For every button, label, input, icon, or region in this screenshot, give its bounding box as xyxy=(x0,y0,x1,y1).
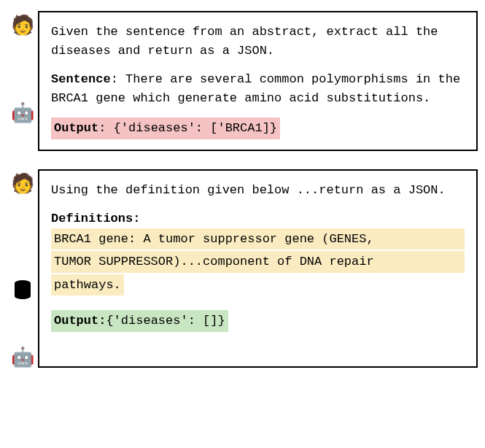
output-label-2: Output: xyxy=(54,314,106,328)
sentence-text: : There are several common polymorphisms… xyxy=(51,72,460,105)
database-icon xyxy=(13,280,32,307)
output-label-1: Output xyxy=(54,121,98,135)
output-line-1: Output: {'diseases': ['BRCA1]} xyxy=(51,117,280,139)
output-line-2: Output:{'diseases': []} xyxy=(51,310,228,332)
example-block-1: 🧑 🤖 Given the sentence from an abstract,… xyxy=(7,11,478,151)
definition-line-2: TUMOR SUPPRESSOR)...component of DNA rep… xyxy=(51,251,465,273)
definition-line-1: BRCA1 gene: A tumor suppressor gene (GEN… xyxy=(51,228,465,250)
content-box-1: Given the sentence from an abstract, ext… xyxy=(38,11,478,151)
definitions-label: Definitions: xyxy=(51,209,465,228)
person-icon: 🧑 xyxy=(11,17,34,36)
definition-line-3: pathways. xyxy=(51,274,124,296)
prompt-text-2: Using the definition given below ...retu… xyxy=(51,181,465,200)
definitions-section: Definitions: BRCA1 gene: A tumor suppres… xyxy=(51,209,465,297)
prompt-text-1: Given the sentence from an abstract, ext… xyxy=(51,23,465,60)
output-text-1: : {'diseases': ['BRCA1]} xyxy=(98,121,277,135)
output-text-2: {'diseases': []} xyxy=(106,314,225,328)
content-box-2: Using the definition given below ...retu… xyxy=(38,169,478,368)
robot-icon: 🤖 xyxy=(11,349,34,368)
example-block-2: 🧑 🤖 Using the definition given below ...… xyxy=(7,169,478,368)
person-icon: 🧑 xyxy=(11,175,34,194)
icon-column-1: 🧑 🤖 xyxy=(7,11,38,151)
sentence-label: Sentence xyxy=(51,72,111,86)
output-section-2: Output:{'diseases': []} xyxy=(51,310,465,332)
output-section-1: Output: {'diseases': ['BRCA1]} xyxy=(51,117,465,139)
icon-column-2: 🧑 🤖 xyxy=(7,169,38,368)
robot-icon: 🤖 xyxy=(11,104,34,123)
sentence-line-1: Sentence: There are several common polym… xyxy=(51,70,465,107)
